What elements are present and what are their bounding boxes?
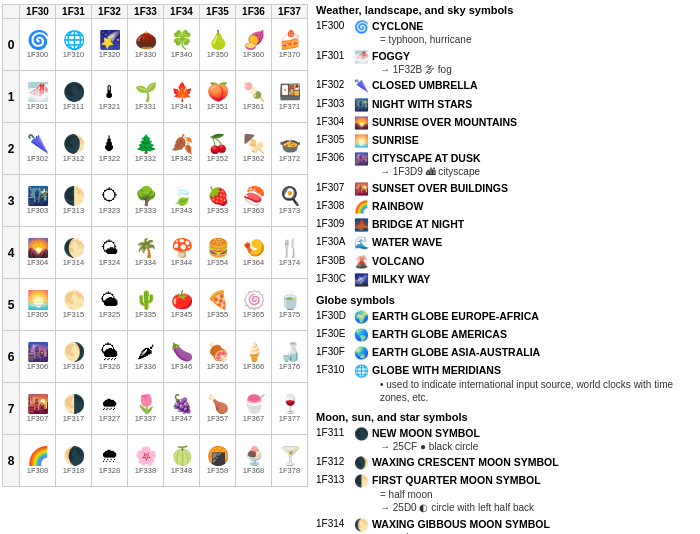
row-header-0: 0 [3, 19, 20, 71]
entry-code: 1F302 [316, 78, 354, 94]
entry-desc: SUNRISE OVER MOUNTAINS [372, 115, 694, 131]
entry-1F301: 1F301🌁FOGGY→ 1F32B 🌫 fog [316, 49, 694, 77]
entry-name: SUNRISE OVER MOUNTAINS [372, 115, 694, 129]
entry-name: FIRST QUARTER MOON SYMBOL [372, 473, 694, 487]
entry-code: 1F30B [316, 254, 354, 270]
table-cell: 🍷1F377 [272, 383, 308, 435]
entry-icon: 🌇 [354, 181, 370, 197]
row-header-3: 3 [3, 175, 20, 227]
entry-icon: 🌍 [354, 309, 370, 325]
table-cell: 🍒1F352 [200, 123, 236, 175]
entry-icon: 🌌 [354, 272, 370, 288]
entry-1F307: 1F307🌇SUNSET OVER BUILDINGS [316, 181, 694, 197]
entry-desc: FIRST QUARTER MOON SYMBOL= half moon→ 25… [372, 473, 694, 514]
section-title-0: Weather, landscape, and sky symbols [316, 4, 694, 16]
table-cell: 🍸1F378 [272, 435, 308, 487]
entry-sub: = typhoon, hurricane [380, 33, 694, 47]
entry-name: VOLCANO [372, 254, 694, 268]
entry-desc: GLOBE WITH MERIDIANS• used to indicate i… [372, 363, 694, 404]
entry-desc: CLOSED UMBRELLA [372, 78, 694, 94]
table-cell: 🌥1F325 [92, 279, 128, 331]
entry-code: 1F310 [316, 363, 354, 404]
entry-1F312: 1F312🌒WAXING CRESCENT MOON SYMBOL [316, 455, 694, 471]
table-cell: 🍢1F362 [236, 123, 272, 175]
table-cell: 🍨1F368 [236, 435, 272, 487]
entry-1F305: 1F305🌅SUNRISE [316, 133, 694, 149]
entry-name: FOGGY [372, 49, 694, 63]
table-cell: 🌢1F322 [92, 123, 128, 175]
entry-1F309: 1F309🌉BRIDGE AT NIGHT [316, 217, 694, 233]
col-header-7: 1F37 [272, 5, 308, 19]
table-cell: 🍤1F364 [236, 227, 272, 279]
table-cell: 🌗1F317 [56, 383, 92, 435]
entry-name: SUNSET OVER BUILDINGS [372, 181, 694, 195]
table-cell: 🌀1F300 [20, 19, 56, 71]
table-cell: 🍐1F350 [200, 19, 236, 71]
entry-code: 1F309 [316, 217, 354, 233]
table-cell: 🍴1F374 [272, 227, 308, 279]
entry-icon: 🌒 [354, 455, 370, 471]
table-cell: 🌸1F338 [128, 435, 164, 487]
table-cell: 🌈1F308 [20, 435, 56, 487]
table-cell: 🌲1F332 [128, 123, 164, 175]
entry-desc: BRIDGE AT NIGHT [372, 217, 694, 233]
row-header-1: 1 [3, 71, 20, 123]
entry-sub: → 25CF ● black circle [380, 440, 694, 454]
entry-name: EARTH GLOBE EUROPE-AFRICA [372, 309, 694, 323]
entry-name: NIGHT WITH STARS [372, 97, 694, 111]
row-header-2: 2 [3, 123, 20, 175]
entry-name: EARTH GLOBE ASIA-AUSTRALIA [372, 345, 694, 359]
table-cell: 🌰1F330 [128, 19, 164, 71]
entry-name: RAINBOW [372, 199, 694, 213]
entry-desc: SUNRISE [372, 133, 694, 149]
entry-1F302: 1F302🌂CLOSED UMBRELLA [316, 78, 694, 94]
col-header-2: 1F32 [92, 5, 128, 19]
entry-name: CLOSED UMBRELLA [372, 78, 694, 92]
entry-sub: • used to indicate international input s… [380, 378, 694, 405]
entry-code: 1F30C [316, 272, 354, 288]
entry-sub: → 25D0 ◐ circle with left half back [380, 501, 694, 515]
entry-name: SUNRISE [372, 133, 694, 147]
entry-1F303: 1F303🌃NIGHT WITH STARS [316, 97, 694, 113]
entry-icon: 🌁 [354, 49, 370, 77]
entry-code: 1F306 [316, 151, 354, 179]
section-title-1: Globe symbols [316, 294, 694, 306]
table-cell: 🍔1F354 [200, 227, 236, 279]
entry-icon: 🌔 [354, 517, 370, 534]
table-cell: 🍗1F357 [200, 383, 236, 435]
entry-1F311: 1F311🌑NEW MOON SYMBOL→ 25CF ● black circ… [316, 426, 694, 454]
col-header-3: 1F33 [128, 5, 164, 19]
table-cell: 🍁1F341 [164, 71, 200, 123]
table-cell: 🌕1F315 [56, 279, 92, 331]
entry-desc: EARTH GLOBE EUROPE-AFRICA [372, 309, 694, 325]
entry-code: 1F30A [316, 235, 354, 251]
table-cell: 🌱1F331 [128, 71, 164, 123]
entry-sub: → 1F32B 🌫 fog [380, 63, 694, 77]
entry-1F30A: 1F30A🌊WATER WAVE [316, 235, 694, 251]
entry-name: WAXING CRESCENT MOON SYMBOL [372, 455, 694, 469]
table-cell: 🌇1F307 [20, 383, 56, 435]
entry-desc: RAINBOW [372, 199, 694, 215]
table-cell: 🌷1F337 [128, 383, 164, 435]
table-cell: 🌴1F334 [128, 227, 164, 279]
table-cell: 🍥1F365 [236, 279, 272, 331]
entry-icon: 🌉 [354, 217, 370, 233]
entry-desc: CITYSCAPE AT DUSK→ 1F3D9 🏙 cityscape [372, 151, 694, 179]
table-cell: 🌆1F306 [20, 331, 56, 383]
entry-desc: VOLCANO [372, 254, 694, 270]
entry-name: EARTH GLOBE AMERICAS [372, 327, 694, 341]
entry-icon: 🌑 [354, 426, 370, 454]
info-panel: Weather, landscape, and sky symbols1F300… [310, 0, 700, 534]
table-cell: 🌂1F302 [20, 123, 56, 175]
table-cell: 🌦1F326 [92, 331, 128, 383]
entry-icon: 🌏 [354, 345, 370, 361]
entry-sub: = half moon [380, 488, 694, 502]
entry-desc: FOGGY→ 1F32B 🌫 fog [372, 49, 694, 77]
entry-icon: 🌎 [354, 327, 370, 343]
entry-icon: 🌆 [354, 151, 370, 179]
entry-1F300: 1F300🌀CYCLONE= typhoon, hurricane [316, 19, 694, 47]
entry-code: 1F301 [316, 49, 354, 77]
table-cell: 🍘1F358 [200, 435, 236, 487]
entry-1F304: 1F304🌄SUNRISE OVER MOUNTAINS [316, 115, 694, 131]
entry-1F310: 1F310🌐GLOBE WITH MERIDIANS• used to indi… [316, 363, 694, 404]
